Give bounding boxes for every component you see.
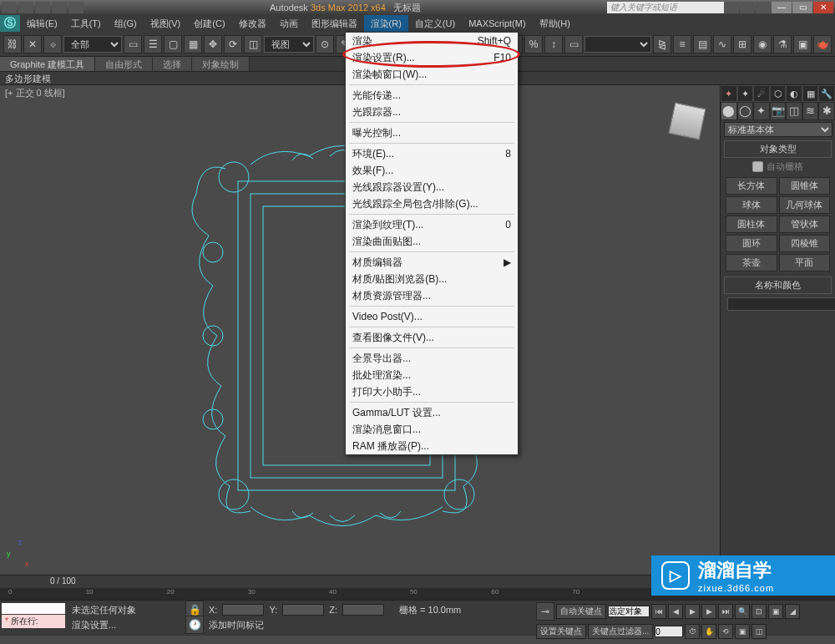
bind-icon[interactable]: ⟐: [43, 35, 62, 53]
menu-item[interactable]: 材质编辑器▶: [346, 254, 518, 271]
qat-save-icon[interactable]: [35, 2, 50, 13]
object-name-input[interactable]: [727, 297, 835, 311]
percent-snap-icon[interactable]: %: [524, 35, 543, 53]
pivot-icon[interactable]: ⊙: [316, 35, 334, 53]
menu-3[interactable]: 视图(V): [144, 15, 188, 32]
primitive-button[interactable]: 长方体: [726, 177, 777, 195]
menu-item[interactable]: 材质资源管理器...: [346, 287, 518, 304]
maxview-icon[interactable]: ▣: [735, 624, 750, 639]
menu-item[interactable]: 渲染Shift+Q: [346, 33, 518, 49]
coord-z-input[interactable]: [342, 604, 384, 616]
minimize-button[interactable]: —: [772, 2, 792, 13]
next-frame-icon[interactable]: ▶: [701, 604, 716, 619]
render-frame-icon[interactable]: ▣: [793, 35, 812, 53]
mirror-icon[interactable]: ⧎: [653, 35, 671, 53]
selection-filter[interactable]: 全部: [63, 36, 122, 53]
primitive-button[interactable]: 平面: [779, 254, 831, 271]
play-icon[interactable]: ▶: [685, 604, 700, 619]
ref-coord[interactable]: 视图: [264, 36, 314, 53]
menu-10[interactable]: MAXScript(M): [462, 15, 532, 32]
shapes-icon[interactable]: ◯: [737, 102, 754, 120]
viewcube[interactable]: [668, 102, 706, 139]
render-icon[interactable]: 🫖: [813, 35, 832, 53]
primitive-button[interactable]: 球体: [726, 196, 777, 214]
spinner-snap-icon[interactable]: ↕: [544, 35, 563, 53]
frame-input[interactable]: [655, 626, 683, 637]
primitive-button[interactable]: 圆环: [726, 235, 777, 252]
scale-icon[interactable]: ◫: [244, 35, 262, 53]
utilities-tab-icon[interactable]: 🔧: [818, 85, 835, 102]
display-tab-icon[interactable]: ▦: [802, 85, 819, 102]
modify-tab-icon[interactable]: ☄: [753, 85, 770, 102]
motion-tab-icon[interactable]: ◐: [786, 85, 802, 102]
ribbon-tab-1[interactable]: 自由形式: [95, 57, 153, 71]
prev-frame-icon[interactable]: ◀: [668, 604, 683, 619]
menu-0[interactable]: 编辑(E): [20, 15, 64, 32]
key-mode-icon[interactable]: ⊸: [536, 602, 554, 621]
menu-item[interactable]: 光跟踪器...: [346, 104, 518, 120]
settings-icon[interactable]: ✦: [721, 85, 737, 102]
zoom-extents-icon[interactable]: ▣: [768, 604, 783, 619]
orbit-icon[interactable]: ⟲: [718, 624, 733, 639]
coord-y-input[interactable]: [282, 604, 324, 616]
lights-icon[interactable]: ✦: [753, 102, 770, 120]
help-icon[interactable]: [724, 2, 739, 13]
menu-1[interactable]: 工具(T): [64, 15, 108, 32]
primitive-button[interactable]: 管状体: [779, 216, 831, 233]
close-button[interactable]: ✕: [813, 2, 833, 13]
ribbon-tab-2[interactable]: 选择: [153, 57, 192, 71]
systems-icon[interactable]: ✱: [818, 102, 835, 120]
fov-icon[interactable]: ◢: [785, 604, 800, 619]
selection-set[interactable]: [608, 606, 650, 617]
select-icon[interactable]: ▭: [124, 35, 142, 53]
helpers-icon[interactable]: ◫: [786, 102, 802, 120]
qat-new-icon[interactable]: [2, 2, 17, 13]
rotate-icon[interactable]: ⟳: [224, 35, 242, 53]
menu-item[interactable]: Gamma/LUT 设置...: [346, 404, 518, 421]
window-crossing-icon[interactable]: ▦: [184, 35, 202, 53]
category-dropdown[interactable]: 标准基本体: [724, 122, 832, 137]
menu-item[interactable]: 打印大小助手...: [346, 383, 518, 400]
zoom-all-icon[interactable]: ⊡: [752, 604, 767, 619]
link-icon[interactable]: ⛓: [3, 35, 22, 53]
primitive-button[interactable]: 四棱锥: [779, 235, 831, 252]
menu-11[interactable]: 帮助(H): [533, 15, 577, 32]
maximize-button[interactable]: ▭: [792, 2, 812, 13]
menu-item[interactable]: 渲染设置(R)...F10: [346, 49, 518, 66]
time-tag-icon[interactable]: 🕐: [185, 616, 204, 634]
name-color-header[interactable]: 名称和颜色: [724, 276, 832, 294]
menu-item[interactable]: 效果(F)...: [346, 162, 518, 179]
geometry-icon[interactable]: ⬤: [721, 102, 737, 120]
zoom-icon[interactable]: 🔍: [735, 604, 750, 619]
create-tab-icon[interactable]: ✦: [737, 85, 754, 102]
menu-item[interactable]: 曝光控制...: [346, 124, 518, 141]
curve-editor-icon[interactable]: ∿: [713, 35, 731, 53]
menu-item[interactable]: 环境(E)...8: [346, 145, 518, 162]
primitive-button[interactable]: 圆锥体: [779, 177, 831, 195]
menu-5[interactable]: 修改器: [232, 15, 273, 32]
menu-item[interactable]: 全景导出器...: [346, 350, 518, 367]
qat-open-icon[interactable]: [18, 2, 33, 13]
object-type-header[interactable]: 对象类型: [724, 140, 832, 158]
menu-item[interactable]: 查看图像文件(V)...: [346, 329, 518, 346]
add-time-tag[interactable]: 添加时间标记: [209, 619, 264, 631]
script-line-row[interactable]: * 所在行:: [2, 615, 65, 628]
star-icon[interactable]: [740, 2, 755, 13]
goto-end-icon[interactable]: ⏭: [718, 604, 733, 619]
menu-9[interactable]: 自定义(U): [408, 15, 462, 32]
render-setup-icon[interactable]: ⚗: [773, 35, 792, 53]
menu-8[interactable]: 渲染(R): [364, 15, 408, 32]
select-region-icon[interactable]: ▢: [164, 35, 182, 53]
ribbon-tab-3[interactable]: 对象绘制: [192, 57, 250, 71]
layer-icon[interactable]: ▤: [693, 35, 711, 53]
material-editor-icon[interactable]: ◉: [753, 35, 772, 53]
auto-key-button[interactable]: 自动关键点: [556, 604, 606, 619]
menu-item[interactable]: RAM 播放器(P)...: [346, 438, 518, 454]
primitive-button[interactable]: 茶壶: [726, 254, 777, 271]
coord-x-input[interactable]: [222, 604, 264, 616]
goto-start-icon[interactable]: ⏮: [651, 604, 666, 619]
time-config-icon[interactable]: ⏱: [685, 624, 700, 639]
favorites-icon[interactable]: [756, 2, 771, 13]
menu-item[interactable]: 材质/贴图浏览器(B)...: [346, 271, 518, 287]
key-filters-button[interactable]: 关键点过滤器...: [588, 624, 653, 639]
